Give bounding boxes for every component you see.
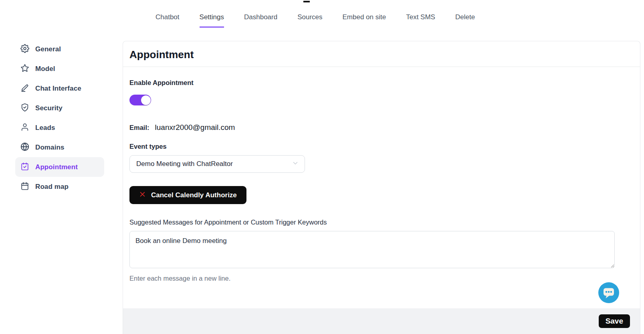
tab-sources[interactable]: Sources <box>297 13 322 26</box>
tab-delete[interactable]: Delete <box>455 13 475 26</box>
enable-appointment-toggle[interactable] <box>129 95 151 105</box>
panel-footer: Save <box>123 308 640 334</box>
pencil-icon <box>20 83 29 94</box>
email-value: luanxr2000@gmail.com <box>155 123 235 132</box>
sidebar-item-chat-interface[interactable]: Chat Interface <box>15 79 104 98</box>
tab-text-sms[interactable]: Text SMS <box>406 13 435 26</box>
tab-chatbot[interactable]: Chatbot <box>155 13 180 26</box>
event-types-label: Event types <box>129 143 634 150</box>
cancel-calendly-authorize-label: Cancel Calendly Authorize <box>151 191 237 199</box>
email-label: Email: <box>129 124 149 132</box>
suggested-messages-textarea[interactable]: Book an online Demo meeting <box>129 231 615 268</box>
sidebar-item-label: Road map <box>35 183 69 191</box>
sidebar-item-label: Chat Interface <box>35 85 81 93</box>
enable-appointment-label: Enable Appointment <box>129 79 634 87</box>
event-types-select[interactable]: Demo Meeting with ChatRealtor <box>129 155 305 173</box>
person-icon <box>20 123 29 133</box>
suggested-messages-label: Suggested Messages for Appointment or Cu… <box>129 219 634 226</box>
suggested-messages-help-text: Enter each message in a new line. <box>129 275 634 282</box>
star-icon <box>20 64 29 74</box>
globe-icon <box>20 142 29 153</box>
top-navigation: Chatbot Settings Dashboard Sources Embed… <box>155 13 475 28</box>
sidebar-item-security[interactable]: Security <box>15 98 104 118</box>
page-title: Appointment <box>129 49 634 61</box>
tab-embed-on-site[interactable]: Embed on site <box>343 13 386 26</box>
sidebar-item-domains[interactable]: Domains <box>15 138 104 157</box>
calendar-icon <box>20 182 29 192</box>
tab-settings[interactable]: Settings <box>200 13 224 28</box>
gear-icon <box>20 44 29 55</box>
cancel-calendly-authorize-button[interactable]: Cancel Calendly Authorize <box>129 186 246 204</box>
app-screen: Chatbot Settings Dashboard Sources Embed… <box>0 0 644 334</box>
chevron-down-icon <box>292 160 299 168</box>
sidebar-item-label: Appointment <box>35 163 78 171</box>
sidebar-item-label: Domains <box>35 144 65 152</box>
sidebar-item-label: Security <box>35 104 63 112</box>
chat-widget-button[interactable] <box>598 282 619 303</box>
sidebar-item-general[interactable]: General <box>15 39 104 59</box>
save-button[interactable]: Save <box>599 314 630 328</box>
appointment-settings-panel: Appointment Enable Appointment Email: lu… <box>123 41 640 334</box>
sidebar-item-label: Leads <box>35 124 55 132</box>
panel-header: Appointment <box>123 41 640 67</box>
panel-body: Enable Appointment Email: luanxr2000@gma… <box>123 67 640 282</box>
sidebar-item-label: Model <box>35 65 55 73</box>
email-row: Email: luanxr2000@gmail.com <box>129 123 634 132</box>
event-types-selected-value: Demo Meeting with ChatRealtor <box>136 160 233 168</box>
truncated-title-dash <box>303 1 310 2</box>
calendar-check-icon <box>20 162 29 172</box>
shield-check-icon <box>20 103 29 113</box>
settings-sidebar: General Model Chat Interface Security Le… <box>15 39 104 196</box>
sidebar-item-model[interactable]: Model <box>15 59 104 79</box>
chat-bubble-icon <box>598 298 619 304</box>
sidebar-item-label: General <box>35 45 61 53</box>
sidebar-item-leads[interactable]: Leads <box>15 118 104 138</box>
sidebar-item-road-map[interactable]: Road map <box>15 177 104 196</box>
toggle-knob <box>141 95 151 105</box>
sidebar-item-appointment[interactable]: Appointment <box>15 157 104 177</box>
tab-dashboard[interactable]: Dashboard <box>244 13 277 26</box>
close-icon <box>139 191 146 200</box>
